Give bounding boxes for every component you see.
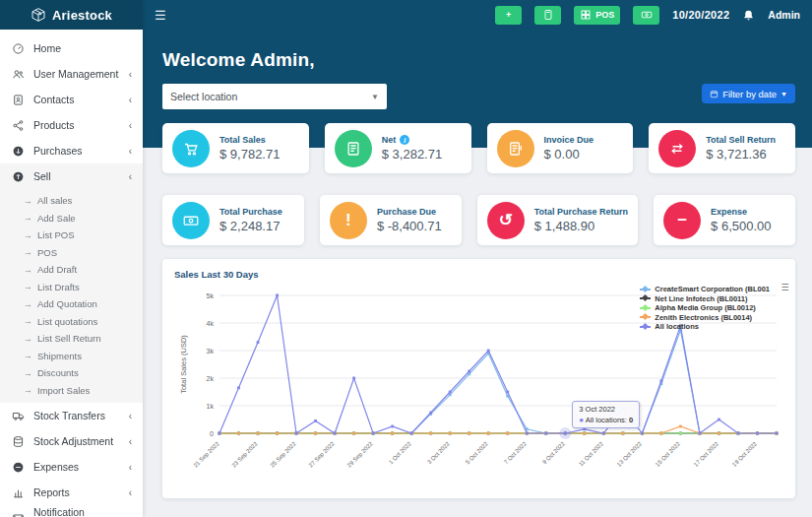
submenu-item-shipments[interactable]: →Shipments [0, 348, 143, 365]
svg-text:25 Sep 2022: 25 Sep 2022 [269, 440, 297, 469]
arrow-right-icon: → [24, 316, 32, 326]
cash-register-button[interactable] [633, 6, 659, 25]
submenu-item-label: List Sell Return [37, 333, 100, 344]
filter-by-date-button[interactable]: Filter by date ▼ [702, 84, 795, 103]
legend-item[interactable]: Zenith Electronics (BL0014) [640, 313, 770, 323]
sidebar-item-label: Purchases [33, 145, 83, 157]
legend-item[interactable]: Net Line Infotech (BL0011) [640, 294, 770, 304]
sidebar-item-label: Expenses [33, 461, 79, 473]
submenu-item-pos[interactable]: →POS [0, 244, 143, 262]
svg-text:21 Sep 2022: 21 Sep 2022 [192, 440, 220, 469]
sidebar-item-label: Sell [33, 170, 51, 182]
sidebar-item-notification-templates[interactable]: Notification Templates [0, 505, 143, 517]
submenu-item-label: Add Draft [37, 264, 77, 275]
chevron-left-icon: ‹ [129, 411, 132, 421]
invoice-due-card: Invoice Due $ 0.00 [487, 123, 634, 173]
total-sell-return-card: Total Sell Return $ 3,721.36 [649, 123, 795, 173]
chart-legend: CreateSmart Corporation (BL001 Net Line … [640, 285, 770, 332]
card-label: Total Purchase Return [534, 207, 628, 217]
sidebar-item-stock-transfers[interactable]: Stock Transfers ‹ [0, 403, 143, 428]
calculator-button[interactable] [534, 6, 561, 25]
sidebar-item-reports[interactable]: Reports ‹ [0, 480, 143, 505]
banknote-icon [172, 202, 210, 239]
document-icon [335, 130, 372, 167]
arrow-right-icon: → [24, 265, 32, 275]
exclamation-icon: ! [330, 202, 367, 239]
svg-text:1k: 1k [207, 403, 215, 410]
svg-text:3k: 3k [207, 348, 215, 355]
svg-text:11 Oct 2022: 11 Oct 2022 [578, 440, 605, 468]
submenu-item-label: List quotations [37, 316, 97, 327]
tooltip-bullet-icon: ● [579, 416, 584, 424]
card-label: Expense [711, 207, 771, 217]
submenu-item-add-quotation[interactable]: →Add Quotation [0, 295, 143, 313]
page-title: Welcome Admin, [162, 49, 795, 71]
expense-card: − Expense $ 6,500.00 [654, 195, 795, 245]
submenu-item-label: List Drafts [37, 282, 80, 292]
submenu-item-label: Discounts [37, 367, 79, 378]
svg-text:0: 0 [210, 430, 214, 437]
banknote-icon [641, 9, 653, 21]
submenu-item-import-sales[interactable]: →Import Sales [0, 382, 143, 400]
filter-by-date-label: Filter by date [722, 89, 777, 99]
info-icon[interactable]: i [400, 135, 409, 145]
series-marker-icon [640, 289, 651, 291]
total-sales-card: Total Sales $ 9,782.71 [162, 123, 309, 173]
circle-minus-icon [11, 460, 25, 474]
gauge-icon [11, 41, 25, 55]
sidebar-item-home[interactable]: Home [0, 35, 143, 61]
chevron-left-icon: ‹ [129, 171, 132, 182]
chevron-left-icon: ‹ [129, 436, 132, 447]
app-name: Ariestock [52, 8, 112, 23]
legend-item[interactable]: CreateSmart Corporation (BL001 [640, 285, 770, 294]
submenu-item-list-drafts[interactable]: →List Drafts [0, 279, 143, 296]
sidebar-item-sell[interactable]: Sell ‹ [0, 163, 143, 189]
submenu-item-discounts[interactable]: →Discounts [0, 364, 143, 382]
submenu-item-list-quotations[interactable]: →List quotations [0, 313, 143, 331]
submenu-item-add-draft[interactable]: →Add Draft [0, 261, 143, 279]
svg-text:27 Sep 2022: 27 Sep 2022 [308, 440, 337, 469]
sidebar-item-label: Products [33, 119, 74, 131]
submenu-item-list-pos[interactable]: →List POS [0, 226, 143, 244]
arrow-right-icon: → [24, 385, 32, 395]
quick-add-button[interactable]: + [495, 6, 522, 25]
hamburger-menu-icon[interactable]: ☰ [155, 8, 166, 23]
sidebar-item-expenses[interactable]: Expenses ‹ [0, 454, 143, 480]
chevron-left-icon: ‹ [129, 95, 132, 105]
legend-item[interactable]: Alpha Media Group (BL0012) [640, 303, 770, 313]
legend-label: Zenith Electronics (BL0014) [655, 313, 752, 323]
current-date: 10/20/2022 [672, 9, 729, 21]
arrow-right-icon: → [24, 368, 32, 378]
submenu-item-all-sales[interactable]: →All sales [0, 192, 143, 210]
card-label: Total Sell Return [706, 135, 776, 145]
location-select[interactable]: Select location ▼ [162, 84, 387, 109]
tooltip-value: 0 [629, 416, 633, 424]
legend-item[interactable]: All locations [640, 322, 770, 332]
user-menu[interactable]: Admin [768, 9, 800, 21]
submenu-item-list-sell-return[interactable]: →List Sell Return [0, 330, 143, 348]
sidebar-item-stock-adjustment[interactable]: Stock Adjustment ‹ [0, 428, 143, 454]
svg-text:3 Oct 2022: 3 Oct 2022 [426, 440, 451, 465]
app-logo[interactable]: Ariestock [0, 0, 143, 30]
chevron-left-icon: ‹ [129, 487, 132, 498]
sidebar: Ariestock Home User Management ‹ Contact… [0, 0, 143, 517]
submenu-item-add-sale[interactable]: →Add Sale [0, 210, 143, 227]
cart-icon [172, 130, 210, 167]
nodes-icon [11, 118, 25, 132]
pos-button[interactable]: POS [574, 6, 620, 25]
card-label: Total Sales [219, 135, 280, 145]
sidebar-item-user-management[interactable]: User Management ‹ [0, 61, 143, 87]
submenu-item-label: POS [37, 247, 57, 258]
card-value: $ 1,488.90 [534, 219, 628, 233]
total-purchase-card: Total Purchase $ 2,248.17 [162, 195, 304, 245]
sidebar-item-contacts[interactable]: Contacts ‹ [0, 87, 143, 112]
card-value: $ 3,282.71 [382, 147, 442, 162]
sidebar-item-purchases[interactable]: Purchases ‹ [0, 138, 143, 163]
notifications-bell-icon[interactable] [742, 9, 755, 22]
net-card: Neti $ 3,282.71 [325, 123, 471, 173]
svg-text:29 Sep 2022: 29 Sep 2022 [346, 440, 375, 469]
arrow-right-icon: → [24, 334, 32, 344]
undo-arrow-icon: ↺ [487, 202, 525, 239]
sidebar-item-products[interactable]: Products ‹ [0, 112, 143, 138]
minus-icon: − [663, 202, 701, 239]
